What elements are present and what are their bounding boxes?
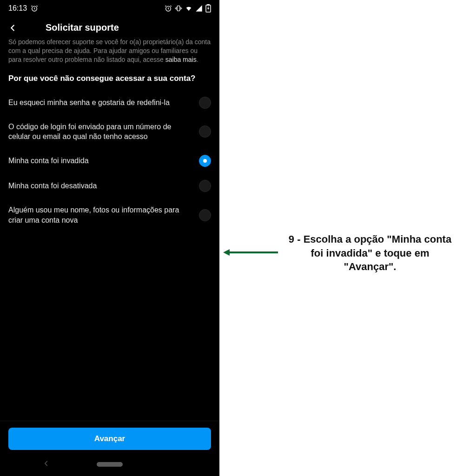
alarm-icon: [165, 5, 172, 12]
phone-screen: 16:13: [0, 0, 219, 476]
option-account-hacked[interactable]: Minha conta foi invadida: [0, 148, 219, 173]
annotation: 9 - Escolha a opção "Minha conta foi inv…: [223, 232, 469, 274]
radio-checked-icon[interactable]: [199, 155, 211, 167]
app-header: Solicitar suporte: [0, 17, 219, 36]
wifi-icon: [185, 5, 192, 12]
info-post: .: [197, 56, 198, 63]
alarm-icon: [31, 5, 38, 12]
option-label: Minha conta foi desativada: [8, 181, 192, 191]
option-label: Minha conta foi invadida: [8, 156, 192, 166]
spacer: [0, 234, 219, 421]
options-list: Eu esqueci minha senha e gostaria de red…: [0, 87, 219, 234]
radio-unchecked-icon[interactable]: [199, 97, 211, 109]
option-label: Alguém usou meu nome, fotos ou informaçõ…: [8, 205, 192, 225]
back-icon[interactable]: [7, 23, 18, 33]
annotation-text: 9 - Escolha a opção "Minha conta foi inv…: [284, 232, 469, 274]
radio-unchecked-icon[interactable]: [199, 209, 211, 221]
svg-rect-4: [207, 4, 209, 5]
next-button[interactable]: Avançar: [8, 428, 211, 450]
option-account-disabled[interactable]: Minha conta foi desativada: [0, 173, 219, 198]
system-nav-bar: [0, 456, 219, 476]
nav-back-icon[interactable]: [42, 459, 50, 469]
svg-rect-2: [177, 6, 179, 11]
radio-unchecked-icon[interactable]: [199, 180, 211, 192]
nav-home-pill[interactable]: [97, 462, 123, 467]
status-time: 16:13: [8, 4, 27, 13]
option-login-code-no-access[interactable]: O código de login foi enviado para um nú…: [0, 115, 219, 148]
vibrate-icon: [175, 5, 182, 12]
arrow-left-icon: [223, 245, 279, 261]
learn-more-link[interactable]: saiba mais: [165, 56, 197, 63]
signal-icon: [195, 5, 203, 12]
option-forgot-password[interactable]: Eu esqueci minha senha e gostaria de red…: [0, 90, 219, 115]
option-label: Eu esqueci minha senha e gostaria de red…: [8, 98, 192, 108]
footer: Avançar: [0, 421, 219, 456]
page-title: Solicitar suporte: [46, 22, 119, 33]
status-bar: 16:13: [0, 0, 219, 17]
info-text: Só podemos oferecer suporte se você for …: [0, 36, 219, 67]
battery-icon: [205, 4, 211, 13]
option-label: O código de login foi enviado para um nú…: [8, 122, 192, 142]
radio-unchecked-icon[interactable]: [199, 126, 211, 138]
svg-marker-6: [223, 249, 230, 256]
question-heading: Por que você não consegue acessar a sua …: [0, 67, 219, 87]
option-impersonation[interactable]: Alguém usou meu nome, fotos ou informaçõ…: [0, 198, 219, 231]
